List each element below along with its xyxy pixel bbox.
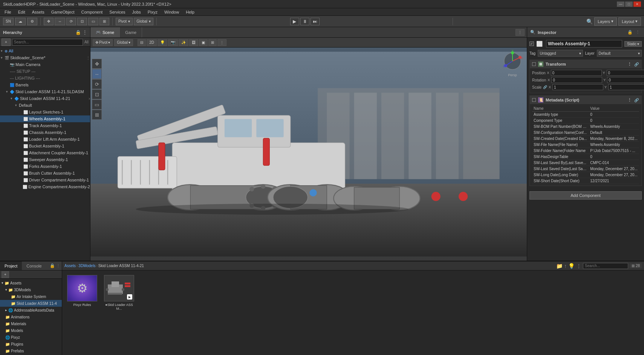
hierarchy-item-sweeper[interactable]: ⬜ Sweeper Assembly-1 [0,156,90,163]
hierarchy-lock-icon[interactable]: 🔒 [75,30,81,35]
static-dropdown[interactable]: Static ▾ [624,41,642,47]
menu-file[interactable]: File [2,9,14,15]
folder-materials[interactable]: 📁 Materials [0,320,62,327]
scale-x-input[interactable] [552,84,603,90]
scale-tool-btn[interactable]: ⊡ [77,18,87,25]
close-btn[interactable]: ✕ [633,2,641,7]
select-tool-btn[interactable]: ✥ [92,59,102,69]
hierarchy-item-setup[interactable]: ---- SETUP --- [0,68,90,75]
maximize-btn[interactable]: □ [625,2,633,7]
position-y-input[interactable] [607,70,644,76]
hierarchy-item-track[interactable]: ⬜ Track Assembly-1 [0,122,90,129]
hierarchy-item-chassis[interactable]: ⬜ Chassis Assembly-1 [0,129,90,136]
folder-airintake[interactable]: 📁 Air Intake System [0,293,62,300]
hierarchy-add-btn[interactable]: + [2,38,11,46]
folder-models[interactable]: 📁 Models [0,327,62,334]
settings-btn[interactable]: ⚙ [27,18,37,25]
folder-prefabs[interactable]: 📁 Prefabs [0,347,62,354]
add-asset-btn[interactable]: + [2,271,9,278]
hierarchy-item-skidloader[interactable]: ▾ 🔷 Skid Loader ASSM 11-4-21 › [0,95,90,102]
scene-options-btn[interactable]: ⋮ [516,29,525,36]
hierarchy-item-driver[interactable]: ⬜ Driver Compartment Assembly-1 [0,177,90,183]
hierarchy-item-skidloader-sldasm[interactable]: ▾ 🔷 Skid Loader ASSM 11-4-21.SLDASM [0,88,90,95]
menu-edit[interactable]: Edit [15,9,28,15]
inspector-more-btn[interactable]: ⋮ [634,29,641,36]
hierarchy-item-layout[interactable]: ⬜ Layout Sketches-1 [0,109,90,115]
layers-dropdown[interactable]: Layers ▾ [594,17,617,26]
cloud-btn[interactable]: ☁ [15,18,26,25]
hierarchy-item-engine[interactable]: ⬜ Engine Compartment Assembly-2 [0,183,90,190]
game-tab[interactable]: Game [120,27,142,37]
folder-pixyz[interactable]: 🌐 Pixyz [0,334,62,341]
folder-3dmodels[interactable]: ▾ 📁 3DModels [0,286,62,293]
layout-dropdown[interactable]: Layout ▾ [618,17,641,26]
position-x-input[interactable] [551,70,602,76]
tag-dropdown[interactable]: Untagged ▾ [538,50,583,57]
combined-tool-btn-v[interactable]: ⊞ [92,110,102,120]
snap-btn[interactable]: ⊟ [138,39,146,46]
light-btn[interactable]: 💡 [158,39,167,46]
breadcrumb-3dmodels[interactable]: 3DModels [78,264,95,268]
menu-jobs[interactable]: Jobs [129,9,144,15]
layer-dropdown[interactable]: Default ▾ [597,50,642,57]
asset-pixyz-rules[interactable]: ⚙ Pixyz Rules [65,274,99,312]
console-tab[interactable]: Console [22,261,46,270]
bottom-icon-btn-4[interactable]: ⋮ [576,263,581,269]
pivot-btn[interactable]: ✥ Pivot ▾ [93,39,113,46]
object-active-checkbox[interactable]: ✓ [529,41,534,46]
inspector-lock-btn[interactable]: 🔒 [627,29,633,36]
global-btn[interactable]: Global ▾ [114,39,133,46]
scene-tab[interactable]: 🎮 Scene [90,27,120,37]
bottom-more-icon[interactable]: ⋮ [56,263,60,268]
hierarchy-item-brush[interactable]: ⬜ Brush Cutter Assembly-1 [0,170,90,177]
menu-services[interactable]: Services [106,9,128,15]
expand-icon[interactable]: › [89,96,90,101]
transform-tool-btn[interactable]: ⊞ [99,18,109,25]
fx-btn[interactable]: ✨ [179,39,188,46]
rotation-y-input[interactable] [607,77,644,83]
hierarchy-item-bucket[interactable]: ⬜ Bucket Assembly-1 [0,143,90,149]
metadata-link-btn[interactable]: 🔗 [634,97,639,103]
folder-plugins[interactable]: 📁 Plugins [0,341,62,347]
hierarchy-more-icon[interactable]: ⋮ [83,30,87,35]
view-btn[interactable]: 2D [147,39,157,46]
hierarchy-item-all[interactable]: ▾ ⊕ All [0,48,90,54]
bottom-icon-btn-3[interactable]: 💡 [568,263,575,269]
hand-tool-btn[interactable]: ✥ [44,18,54,25]
project-tab[interactable]: Project [0,261,22,270]
window-controls[interactable]: — □ ✕ [617,2,641,7]
hierarchy-item-coupler[interactable]: ⬜ Attachment Coupler Assembly-1 [0,149,90,156]
account-dropdown[interactable]: SN [3,18,14,25]
move-tool-btn-v[interactable]: ↔ [92,69,102,79]
search-icon-btn[interactable]: 🔍 [586,18,593,25]
hierarchy-item-forks[interactable]: ⬜ Forks Assembly-1 [0,163,90,170]
object-name-input[interactable] [546,40,622,48]
hierarchy-item-lighting[interactable]: --- LIGHTING --- [0,75,90,81]
breadcrumb-assets[interactable]: Assets [64,264,76,268]
transform-link-btn[interactable]: 🔗 [634,61,639,67]
menu-pixyz[interactable]: Pixyz [145,9,161,15]
menu-assets[interactable]: Assets [29,9,47,15]
scene-3d-area[interactable]: ✥ ↔ ⟳ ⊡ ▭ ⊞ [90,48,527,261]
more-tools-btn[interactable]: ⋮ [217,39,226,46]
add-component-button[interactable]: Add Component [529,191,642,200]
hierarchy-item-loader-lift[interactable]: ⬜ Loader Lift Arm Assembly-1 [0,136,90,143]
grid-btn[interactable]: ⊞ [208,39,217,46]
overlay-btn[interactable]: ▣ [199,39,208,46]
bottom-icon-btn-2[interactable]: ↑ [564,263,567,269]
menu-component[interactable]: Component [78,9,106,15]
hierarchy-item-default[interactable]: ▾ Default [0,102,90,109]
metadata-header[interactable]: 📜 Metadata (Script) ⋮ 🔗 [530,96,641,104]
scene-options-icon[interactable]: ⋮ [86,56,90,60]
transform-toggle[interactable] [532,62,536,66]
metadata-toggle[interactable] [532,98,536,102]
play-button[interactable]: ▶ [290,18,299,25]
hierarchy-item-wheels[interactable]: ⬜ Wheels Assembly-1 [0,115,90,122]
move-tool-btn[interactable]: ↔ [55,18,65,25]
menu-gameobject[interactable]: GameObject [48,9,78,15]
bottom-icon-btn-1[interactable]: 📁 [556,263,563,269]
global-dropdown[interactable]: Global ▾ [134,18,153,25]
scale-y-input[interactable] [608,84,644,90]
render-btn[interactable]: 🖼 [189,39,198,46]
hierarchy-item-maincamera[interactable]: 📷 Main Camera [0,61,90,68]
